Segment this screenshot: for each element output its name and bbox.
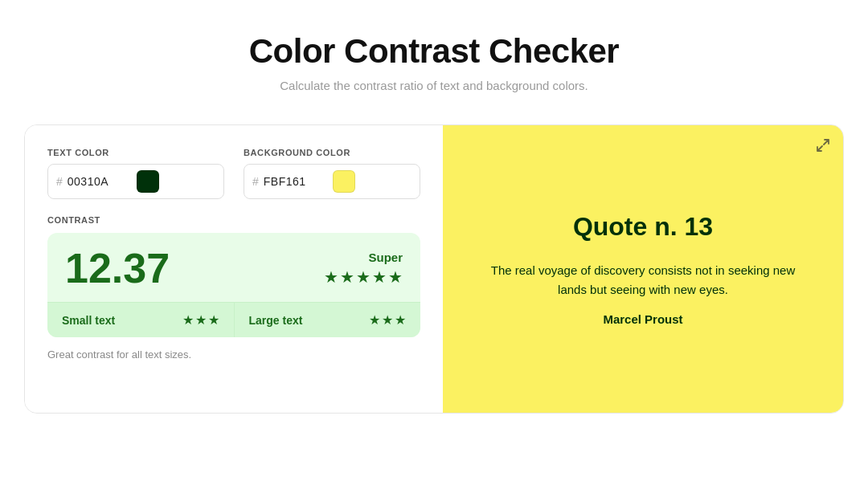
good-contrast-note: Great contrast for all text sizes. — [47, 348, 420, 361]
text-color-group: TEXT COLOR # — [47, 148, 224, 199]
star-4: ★ — [372, 267, 387, 287]
star-5: ★ — [388, 267, 403, 287]
bg-color-group: BACKGROUND COLOR # — [244, 148, 420, 199]
text-color-input-row[interactable]: # — [47, 164, 224, 199]
star-1: ★ — [324, 267, 338, 287]
contrast-label: CONTRAST — [47, 215, 420, 225]
stars-row: ★ ★ ★ ★ ★ — [324, 267, 403, 287]
main-card: TEXT COLOR # BACKGROUND COLOR # CONTRAST — [24, 124, 844, 414]
page-subtitle: Calculate the contrast ratio of text and… — [249, 79, 619, 92]
small-star-3: ★ — [208, 312, 219, 328]
large-text-label: Large text — [249, 314, 303, 327]
quote-author: Marcel Proust — [603, 312, 682, 326]
small-text-item: Small text ★ ★ ★ — [47, 303, 235, 337]
text-color-input[interactable] — [68, 175, 132, 188]
small-text-stars: ★ ★ ★ — [182, 312, 219, 328]
large-text-stars: ★ ★ ★ — [369, 312, 406, 328]
contrast-ratio: 12.37 — [65, 247, 170, 289]
quote-title: Quote n. 13 — [573, 212, 713, 242]
bg-color-input-row[interactable]: # — [244, 164, 420, 199]
rating-label: Super — [368, 251, 403, 264]
text-color-swatch[interactable] — [137, 170, 159, 193]
bg-color-hash: # — [252, 175, 259, 188]
large-star-1: ★ — [369, 312, 380, 328]
bg-color-input[interactable] — [264, 175, 328, 188]
quote-text: The real voyage of discovery consists no… — [490, 261, 796, 300]
small-star-2: ★ — [195, 312, 207, 328]
large-text-item: Large text ★ ★ ★ — [235, 303, 421, 337]
left-panel: TEXT COLOR # BACKGROUND COLOR # CONTRAST — [25, 125, 443, 413]
contrast-rating: Super ★ ★ ★ ★ ★ — [324, 251, 403, 287]
large-star-3: ★ — [395, 312, 406, 328]
contrast-main: 12.37 Super ★ ★ ★ ★ ★ — [47, 233, 420, 302]
page-header: Color Contrast Checker Calculate the con… — [249, 32, 619, 92]
expand-icon[interactable] — [816, 138, 830, 156]
contrast-card: 12.37 Super ★ ★ ★ ★ ★ Small t — [47, 233, 420, 337]
color-inputs-row: TEXT COLOR # BACKGROUND COLOR # — [47, 148, 420, 199]
text-color-label: TEXT COLOR — [47, 148, 224, 157]
small-text-label: Small text — [62, 314, 115, 327]
star-2: ★ — [340, 267, 354, 287]
contrast-details: Small text ★ ★ ★ Large text ★ ★ ★ — [47, 302, 420, 337]
text-color-hash: # — [56, 175, 63, 188]
page-title: Color Contrast Checker — [249, 32, 619, 71]
bg-color-swatch[interactable] — [333, 170, 355, 193]
bg-color-label: BACKGROUND COLOR — [244, 148, 420, 157]
contrast-section: CONTRAST 12.37 Super ★ ★ ★ ★ ★ — [47, 215, 420, 361]
small-star-1: ★ — [182, 312, 194, 328]
large-star-2: ★ — [382, 312, 393, 328]
star-3: ★ — [356, 267, 371, 287]
right-panel: Quote n. 13 The real voyage of discovery… — [443, 125, 843, 413]
